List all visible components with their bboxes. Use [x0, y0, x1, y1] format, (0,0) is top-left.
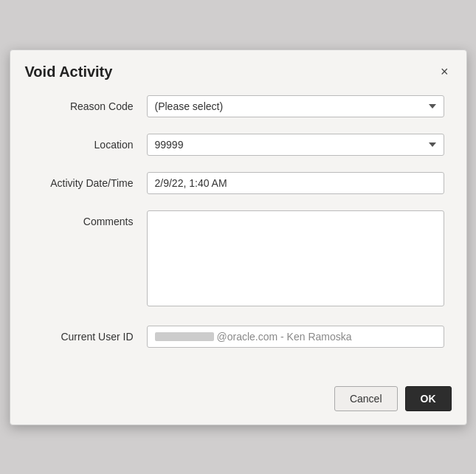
activity-date-control	[147, 172, 444, 194]
dialog-body: Reason Code (Please select) Location 999…	[10, 88, 466, 379]
dialog-header: Void Activity ×	[10, 50, 466, 88]
reason-code-control: (Please select)	[147, 95, 444, 117]
comments-row: Comments	[32, 210, 444, 309]
cancel-button[interactable]: Cancel	[334, 386, 398, 411]
comments-control	[147, 210, 444, 309]
comments-label: Comments	[32, 210, 147, 227]
close-button[interactable]: ×	[438, 63, 452, 80]
comments-textarea[interactable]	[147, 210, 444, 306]
activity-date-row: Activity Date/Time	[32, 172, 444, 194]
ok-button[interactable]: OK	[405, 386, 452, 411]
location-select[interactable]: 99999	[147, 134, 444, 156]
reason-code-select[interactable]: (Please select)	[147, 95, 444, 117]
reason-code-label: Reason Code	[32, 95, 147, 112]
location-row: Location 99999	[32, 134, 444, 156]
dialog-footer: Cancel OK	[10, 379, 466, 425]
user-id-suffix: @oracle.com - Ken Ramoska	[217, 331, 352, 343]
location-label: Location	[32, 134, 147, 151]
activity-date-label: Activity Date/Time	[32, 172, 147, 189]
current-user-value: @oracle.com - Ken Ramoska	[147, 326, 444, 348]
reason-code-row: Reason Code (Please select)	[32, 95, 444, 117]
location-control: 99999	[147, 134, 444, 156]
current-user-control: @oracle.com - Ken Ramoska	[147, 326, 444, 348]
current-user-row: Current User ID @oracle.com - Ken Ramosk…	[32, 326, 444, 348]
void-activity-dialog: Void Activity × Reason Code (Please sele…	[10, 49, 467, 425]
user-id-blurred	[155, 332, 214, 341]
activity-date-input[interactable]	[147, 172, 444, 194]
dialog-title: Void Activity	[25, 63, 113, 80]
current-user-label: Current User ID	[32, 326, 147, 343]
